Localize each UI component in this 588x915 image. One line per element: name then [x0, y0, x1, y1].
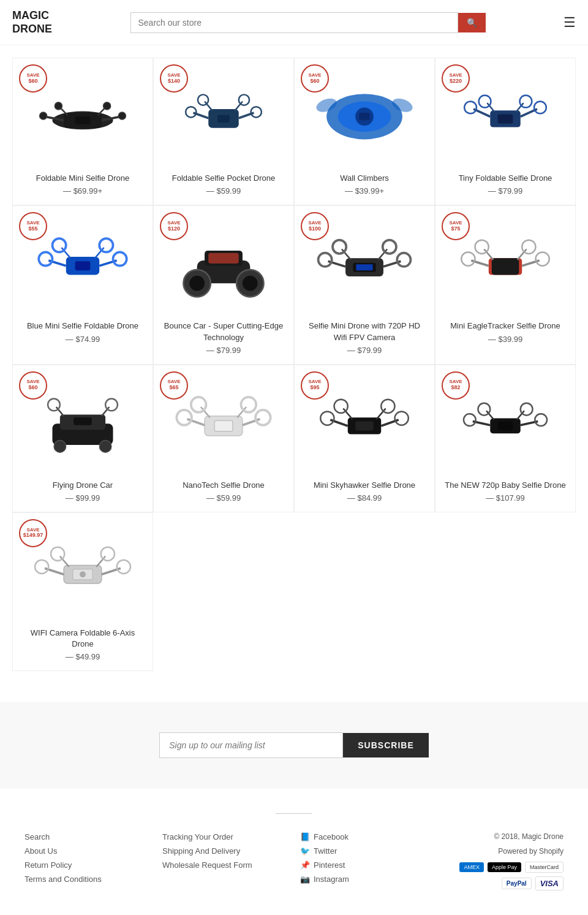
subscribe-button[interactable]: SUBSCRIBE — [343, 733, 428, 757]
svg-rect-53 — [208, 253, 239, 264]
footer-link[interactable]: Tracking Your Order — [162, 832, 288, 841]
save-amount: $82 — [451, 385, 460, 391]
product-price: — $39.99+ — [304, 186, 425, 196]
footer-link[interactable]: Wholesale Request Form — [162, 860, 288, 870]
svg-rect-20 — [217, 115, 230, 123]
svg-point-97 — [320, 411, 334, 425]
save-amount: $65 — [169, 385, 178, 391]
svg-line-79 — [56, 407, 64, 416]
menu-icon[interactable]: ☰ — [564, 15, 576, 31]
save-badge: SAVE $60 — [19, 371, 47, 400]
save-badge: SAVE $140 — [160, 64, 188, 93]
footer-col-4: © 2018, Magic Drone Powered by Shopify A… — [438, 832, 564, 890]
product-card[interactable]: SAVE $60 Flying Drone Car — $99.99 — [12, 365, 153, 512]
save-amount: $220 — [450, 78, 462, 85]
save-amount: $100 — [309, 226, 321, 232]
product-title: Blue Mini Selfie Foldable Drone — [22, 321, 143, 332]
footer: SearchAbout UsReturn PolicyTerms and Con… — [0, 789, 588, 903]
product-title: Flying Drone Car — [22, 480, 143, 491]
newsletter-input[interactable] — [159, 732, 343, 758]
svg-point-7 — [55, 102, 62, 110]
svg-point-33 — [479, 96, 491, 108]
social-link-facebook[interactable]: 📘Facebook — [300, 832, 426, 841]
products-grid: SAVE $60 Foldable Mini Selfie Drone — $6… — [12, 58, 576, 671]
svg-point-50 — [189, 276, 205, 291]
product-card[interactable]: SAVE $100 Selfie Mini Drone with 720P HD… — [294, 205, 435, 364]
copyright: © 2018, Magic Drone — [438, 832, 564, 841]
search-button[interactable]: 🔍 — [458, 13, 486, 32]
svg-rect-113 — [498, 421, 513, 430]
svg-point-82 — [105, 398, 118, 411]
footer-link[interactable]: About Us — [24, 846, 150, 856]
save-amount: $55 — [28, 226, 37, 232]
product-card[interactable]: SAVE $55 Blue Mini Selfie Foldable Drone… — [12, 205, 153, 364]
search-icon: 🔍 — [467, 18, 477, 28]
save-badge: SAVE $82 — [442, 371, 470, 400]
payment-icons: AMEXApple PayMasterCardPayPalVISA — [438, 862, 564, 890]
svg-point-108 — [535, 414, 547, 426]
product-card[interactable]: SAVE $82 The NEW 720p Baby Selfie Drone … — [435, 365, 576, 512]
social-link-instagram[interactable]: 📷Instagram — [300, 875, 426, 884]
footer-link[interactable]: Terms and Conditions — [24, 875, 150, 884]
product-card[interactable]: SAVE $65 NanoTech Selfie Drone — $59.99 — [153, 365, 294, 512]
svg-point-35 — [520, 96, 532, 108]
product-card[interactable]: SAVE $75 Mini EagleTracker Selfie Drone … — [435, 205, 576, 364]
product-price: — $79.99 — [445, 186, 566, 196]
svg-point-5 — [118, 112, 126, 120]
svg-line-119 — [60, 556, 69, 566]
footer-link[interactable]: Search — [24, 832, 150, 841]
svg-point-62 — [383, 240, 396, 254]
save-badge: SAVE $95 — [301, 371, 329, 400]
product-card[interactable]: SAVE $60 Foldable Mini Selfie Drone — $6… — [12, 58, 153, 205]
product-card[interactable]: SAVE $120 Bounce Car - Super Cutting-Edg… — [153, 205, 294, 364]
svg-rect-103 — [355, 421, 374, 430]
footer-link[interactable]: Shipping And Delivery — [162, 846, 288, 856]
svg-point-40 — [39, 252, 52, 266]
product-price: — $39.99 — [445, 335, 566, 344]
svg-point-78 — [99, 440, 111, 452]
svg-line-81 — [102, 407, 109, 416]
footer-link[interactable]: Return Policy — [24, 860, 150, 870]
product-price: — $74.99 — [22, 335, 143, 344]
svg-point-90 — [191, 397, 206, 412]
svg-point-14 — [186, 107, 196, 117]
product-card[interactable]: SAVE $60 Wall Climbers — $39.99+ — [294, 58, 435, 205]
twitter-icon: 🐦 — [300, 846, 310, 856]
save-amount: $75 — [451, 226, 460, 232]
payment-icon-amex: AMEX — [459, 862, 484, 872]
newsletter-section: SUBSCRIBE — [0, 702, 588, 789]
svg-line-101 — [377, 408, 386, 419]
product-price: — $99.99 — [22, 493, 143, 503]
svg-rect-10 — [75, 116, 91, 124]
save-amount: $60 — [28, 78, 37, 85]
product-title: Foldable Mini Selfie Drone — [22, 173, 143, 184]
svg-point-118 — [117, 560, 130, 573]
svg-line-73 — [518, 249, 527, 260]
svg-point-70 — [536, 252, 549, 266]
payment-icon-paypal: PayPal — [502, 878, 532, 889]
product-card[interactable]: SAVE $220 Tiny Foldable Selfie Drone — $… — [435, 58, 576, 205]
save-badge: SAVE $65 — [160, 371, 188, 400]
powered-by: Powered by Shopify — [438, 847, 564, 856]
product-card[interactable]: SAVE $149.97 WIFI Camera Foldable 6-Axis… — [12, 512, 153, 671]
svg-point-124 — [80, 571, 86, 577]
product-price: — $49.99 — [22, 652, 143, 661]
svg-rect-64 — [356, 264, 372, 270]
product-card[interactable]: SAVE $95 Mini Skyhawker Selfie Drone — $… — [294, 365, 435, 512]
svg-point-60 — [333, 240, 346, 254]
save-badge: SAVE $149.97 — [19, 519, 47, 547]
footer-divider — [276, 813, 312, 814]
svg-point-100 — [334, 399, 348, 412]
footer-columns: SearchAbout UsReturn PolicyTerms and Con… — [12, 832, 576, 890]
logo[interactable]: MAGIC DRONE — [12, 9, 52, 36]
payment-icon-apple-pay: Apple Pay — [488, 862, 521, 872]
product-card[interactable]: SAVE $140 Foldable Selfie Pocket Drone —… — [153, 58, 294, 205]
product-title: The NEW 720p Baby Selfie Drone — [445, 480, 566, 491]
search-input[interactable] — [130, 12, 458, 33]
svg-point-72 — [475, 240, 489, 254]
product-title: Foldable Selfie Pocket Drone — [163, 173, 284, 184]
svg-point-98 — [395, 411, 409, 425]
svg-rect-46 — [75, 261, 91, 270]
social-link-pinterest[interactable]: 📌Pinterest — [300, 860, 426, 870]
social-link-twitter[interactable]: 🐦Twitter — [300, 846, 426, 856]
